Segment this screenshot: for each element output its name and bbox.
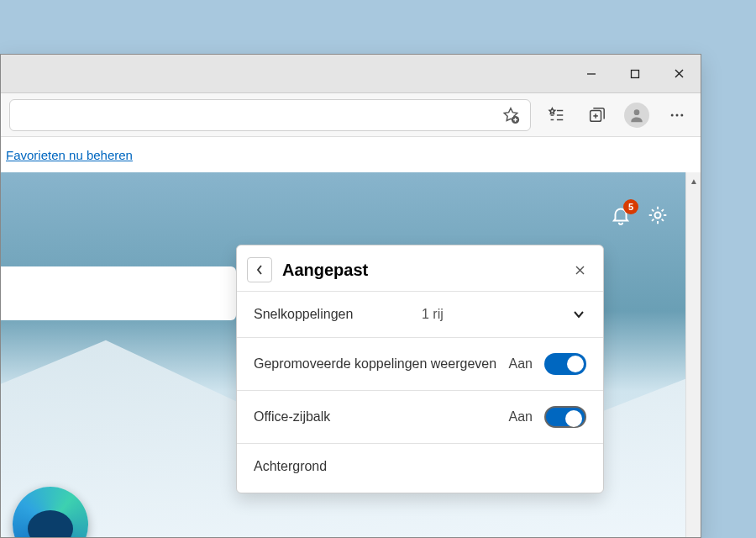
favorites-list-icon[interactable] [541,100,571,130]
toggle-state-label: Aan [509,356,533,372]
svg-point-18 [680,113,683,116]
close-window-button[interactable] [657,55,701,93]
favorites-bar: Favorieten nu beheren [1,137,701,172]
row-value: 1 rij [422,307,571,322]
row-office-sidebar[interactable]: Office-zijbalk Aan [237,390,603,443]
collections-icon[interactable] [581,100,612,130]
row-background[interactable]: Achtergrond [237,443,603,489]
new-tab-page: ▲ 5 Aangepast [1,172,701,537]
row-label: Gepromoveerde koppelingen weergeven [254,356,509,372]
svg-rect-1 [632,70,639,77]
panel-header: Aangepast [237,245,603,291]
window-titlebar [1,55,701,93]
maximize-button[interactable] [613,55,657,93]
toggle-switch[interactable] [544,406,586,428]
address-bar[interactable] [9,99,531,131]
panel-title: Aangepast [282,261,570,280]
svg-point-17 [676,113,679,116]
manage-favorites-link[interactable]: Favorieten nu beheren [6,148,133,162]
add-favorite-icon[interactable] [501,106,520,124]
scroll-up-icon[interactable]: ▲ [686,172,701,189]
svg-point-16 [671,113,674,116]
page-settings-button[interactable] [647,204,669,226]
notification-badge: 5 [623,199,638,214]
notifications-button[interactable]: 5 [610,204,632,226]
browser-window: Favorieten nu beheren ▲ 5 [0,54,701,538]
toggle-switch[interactable] [544,353,586,375]
vertical-scrollbar[interactable]: ▲ [685,172,701,537]
more-menu-icon[interactable] [662,100,692,130]
ntp-search-box[interactable] [1,266,236,320]
row-label: Office-zijbalk [254,409,509,425]
panel-close-button[interactable] [570,260,590,280]
browser-toolbar [1,93,701,137]
chevron-down-icon [571,307,586,322]
svg-point-15 [634,109,640,115]
profile-avatar[interactable] [622,100,652,130]
toggle-state-label: Aan [509,409,533,425]
ntp-action-icons: 5 [610,204,669,226]
avatar-icon [624,103,649,128]
row-promoted-links[interactable]: Gepromoveerde koppelingen weergeven Aan [237,337,603,390]
svg-point-19 [655,213,661,219]
row-label: Snelkoppelingen [254,307,403,322]
minimize-button[interactable] [570,55,613,93]
row-shortcuts[interactable]: Snelkoppelingen 1 rij [237,291,603,337]
row-label: Achtergrond [254,459,586,474]
back-button[interactable] [247,257,272,282]
page-settings-panel: Aangepast Snelkoppelingen 1 rij Gepromov… [236,245,604,493]
